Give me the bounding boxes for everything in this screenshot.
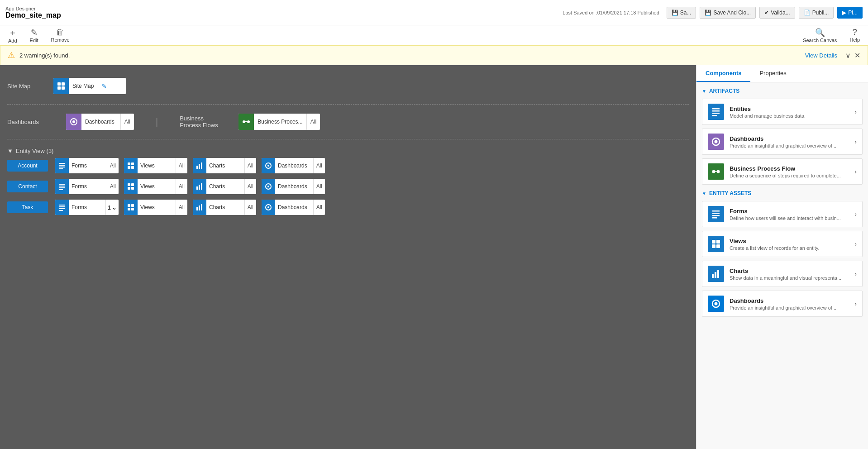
component-card-dashboards[interactable]: DashboardsProvide an insightful and grap…	[702, 129, 863, 155]
panel-tabs: Components Properties	[696, 65, 868, 82]
tab-properties[interactable]: Properties	[750, 65, 795, 82]
asset-badge-value: All	[176, 158, 187, 173]
sitemap-edit-button[interactable]: ✎	[97, 78, 111, 94]
remove-tool[interactable]: 🗑 Remove	[48, 27, 72, 43]
component-card-forms[interactable]: FormsDefine how users will see and inter…	[702, 201, 863, 227]
add-tool[interactable]: ＋ Add	[5, 26, 20, 44]
asset-card-account-forms[interactable]: FormsAll	[55, 158, 119, 173]
dashboards-section-label: Dashboards	[7, 119, 48, 125]
comp-title-entities: Entities	[730, 105, 849, 112]
component-card-views[interactable]: ViewsCreate a list view of records for a…	[702, 231, 863, 257]
entity-btn-contact[interactable]: Contact	[7, 181, 48, 192]
asset-card-contact-views[interactable]: ViewsAll	[124, 179, 187, 194]
svg-rect-61	[712, 240, 715, 244]
component-card-bpf[interactable]: Business Process FlowDefine a sequence o…	[702, 158, 863, 185]
asset-card-contact-forms[interactable]: FormsAll	[55, 179, 119, 194]
svg-point-6	[243, 120, 245, 123]
asset-icon-charts	[193, 200, 206, 215]
artifacts-section-header[interactable]: ▼ ARTIFACTS	[702, 88, 863, 94]
banner-collapse-button[interactable]: ∨	[845, 51, 851, 60]
save-icon: 💾	[672, 10, 678, 16]
svg-point-69	[715, 302, 718, 306]
component-card-charts[interactable]: ChartsShow data in a meaningful and visu…	[702, 261, 863, 287]
entity-assets-label: ENTITY ASSETS	[709, 190, 751, 196]
component-card-ea-dashboards[interactable]: DashboardsProvide an insightful and grap…	[702, 291, 863, 317]
asset-card-task-views[interactable]: ViewsAll	[124, 200, 187, 215]
bpf-node-label: Business Proces...	[254, 119, 306, 125]
asset-card-task-charts[interactable]: ChartsAll	[193, 200, 256, 215]
dashboards-node-label: Dashboards	[81, 119, 118, 125]
search-icon: 🔍	[815, 28, 825, 38]
app-title-section: App Designer Demo_site_map	[5, 6, 61, 19]
svg-rect-14	[131, 162, 134, 165]
play-icon: ▶	[842, 10, 846, 16]
search-canvas-label: Search Canvas	[803, 38, 837, 43]
asset-icon-views	[124, 200, 138, 215]
publish-button[interactable]: 📄 Publi...	[799, 7, 834, 19]
svg-rect-9	[59, 163, 65, 164]
save-button[interactable]: 💾 Sa...	[667, 7, 696, 19]
dashboards-section: Dashboards Dashboards All | Business Pro…	[7, 109, 689, 139]
asset-card-contact-charts[interactable]: ChartsAll	[193, 179, 256, 194]
asset-badge-arrow[interactable]: 1⌄	[105, 200, 119, 215]
entity-btn-account[interactable]: Account	[7, 160, 48, 172]
dashboards-node-card[interactable]: Dashboards All	[66, 114, 134, 130]
asset-card-task-dashboards[interactable]: DashboardsAll	[262, 200, 325, 215]
entity-assets-section-header[interactable]: ▼ ENTITY ASSETS	[702, 190, 863, 196]
svg-rect-57	[712, 210, 720, 212]
add-label: Add	[8, 38, 17, 43]
comp-text-entities: EntitiesModel and manage business data.	[730, 105, 849, 119]
validate-button[interactable]: ✔ Valida...	[759, 7, 795, 19]
entity-section-header[interactable]: ▼ Entity View (3)	[7, 148, 689, 154]
svg-rect-28	[128, 187, 130, 190]
asset-card-task-forms[interactable]: Forms1⌄	[55, 200, 119, 215]
search-canvas-tool[interactable]: 🔍 Search Canvas	[800, 27, 839, 44]
svg-point-55	[717, 170, 720, 173]
asset-icon-forms	[55, 158, 69, 173]
svg-rect-37	[59, 208, 65, 209]
asset-card-contact-dashboards[interactable]: DashboardsAll	[262, 179, 325, 194]
svg-rect-40	[131, 204, 134, 207]
app-designer-label: App Designer	[5, 6, 61, 11]
edit-tool[interactable]: ✎ Edit	[27, 27, 41, 44]
svg-rect-24	[59, 187, 65, 188]
entity-btn-task[interactable]: Task	[7, 201, 48, 213]
sitemap-node-card[interactable]: Site Map ✎	[53, 78, 126, 94]
asset-group: FormsAllViewsAllChartsAllDashboardsAll	[55, 179, 325, 194]
svg-rect-66	[715, 272, 716, 278]
comp-icon-entities	[708, 104, 724, 120]
play-button[interactable]: ▶ Pl...	[837, 7, 863, 19]
comp-icon-ea-dashboards	[708, 296, 724, 312]
svg-point-5	[72, 120, 75, 123]
svg-rect-10	[59, 165, 65, 166]
asset-icon-dashboards	[262, 200, 275, 215]
edit-icon: ✎	[31, 28, 38, 38]
save-close-button[interactable]: 💾 Save And Clo...	[700, 7, 756, 19]
comp-desc-views: Create a list view of records for an ent…	[730, 245, 849, 251]
canvas: Site Map Site Map ✎ Dashboards	[0, 65, 696, 449]
asset-card-account-dashboards[interactable]: DashboardsAll	[262, 158, 325, 173]
svg-rect-25	[59, 189, 63, 190]
comp-text-views: ViewsCreate a list view of records for a…	[730, 238, 849, 251]
bpf-node-card[interactable]: Business Proces... All	[238, 114, 320, 130]
view-details-link[interactable]: View Details	[805, 52, 837, 59]
asset-label-charts: Charts	[206, 162, 244, 169]
asset-card-account-views[interactable]: ViewsAll	[124, 158, 187, 173]
svg-point-47	[267, 206, 269, 208]
tab-components[interactable]: Components	[696, 65, 750, 82]
svg-point-54	[712, 170, 715, 173]
right-panel: Components Properties ▼ ARTIFACTS Entiti…	[696, 65, 868, 449]
add-icon: ＋	[9, 27, 17, 38]
svg-rect-42	[131, 208, 134, 210]
svg-rect-11	[59, 167, 65, 167]
banner-close-button[interactable]: ✕	[854, 51, 860, 60]
svg-rect-16	[131, 166, 134, 169]
validate-icon: ✔	[764, 10, 769, 16]
svg-rect-45	[201, 204, 202, 210]
svg-rect-19	[201, 162, 202, 169]
entity-section: ▼ Entity View (3) AccountFormsAllViewsAl…	[7, 144, 689, 219]
asset-card-account-charts[interactable]: ChartsAll	[193, 158, 256, 173]
help-icon: ?	[853, 28, 857, 37]
help-tool[interactable]: ? Help	[847, 27, 863, 43]
component-card-entities[interactable]: EntitiesModel and manage business data.›	[702, 99, 863, 125]
